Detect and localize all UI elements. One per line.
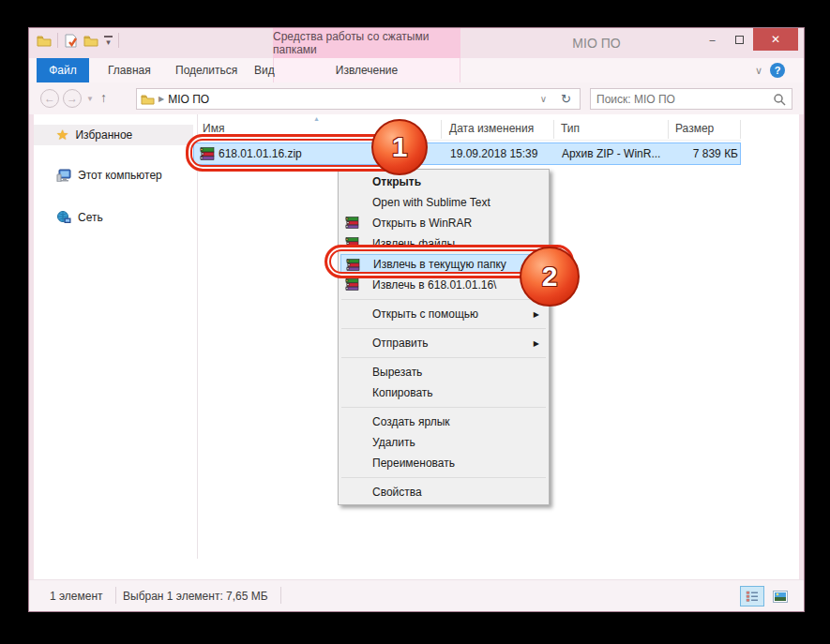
search-icon (773, 93, 786, 106)
winrar-icon (345, 278, 359, 293)
navigation-pane: ★ Избранное Этот компьютер Сеть (34, 114, 197, 579)
qat-separator (57, 33, 58, 48)
folder-icon (37, 35, 52, 47)
sidebar-item-label: Сеть (78, 211, 103, 224)
tab-home[interactable]: Главная (97, 58, 162, 82)
context-menu: Открыть Open with Sublime Text Открыть в… (338, 169, 550, 505)
submenu-arrow-icon: ▶ (534, 339, 539, 348)
annotation-step-1: 1 (371, 119, 428, 175)
menu-item-copy[interactable]: Копировать (340, 382, 547, 403)
sort-ascending-icon: ▲ (313, 115, 320, 122)
thumbnails-view-button[interactable] (768, 586, 792, 607)
breadcrumb[interactable]: MIO ПО (168, 93, 209, 106)
winrar-icon (345, 217, 359, 232)
folder-icon (141, 94, 155, 105)
sidebar-item-favorites[interactable]: ★ Избранное (34, 125, 193, 145)
up-button[interactable]: ↑ (100, 90, 107, 105)
menu-item-open-with[interactable]: Открыть с помощью ▶ (340, 304, 547, 324)
menu-item-open[interactable]: Открыть (340, 172, 547, 192)
file-date: 19.09.2018 15:39 (450, 147, 537, 160)
tab-view[interactable]: Вид (243, 58, 286, 82)
menu-separator (341, 477, 546, 478)
items-count: 1 элемент (50, 590, 103, 603)
menu-item-open-winrar[interactable]: Открыть в WinRAR (340, 213, 547, 233)
navigation-bar: ← → ▼ ↑ ▶ MIO ПО ∨ ↻ (29, 82, 804, 114)
tab-share[interactable]: Поделиться (164, 58, 249, 82)
column-header-name[interactable]: Имя (203, 122, 224, 135)
maximize-icon (735, 36, 744, 44)
maximize-button[interactable] (726, 28, 753, 51)
minimize-button[interactable]: – (699, 28, 726, 51)
help-button[interactable]: ? (770, 63, 785, 78)
menu-item-properties[interactable]: Свойства (340, 482, 547, 502)
breadcrumb-arrow-icon: ▶ (158, 95, 164, 103)
quick-access-toolbar: ▾ (37, 33, 119, 48)
address-bar[interactable]: ▶ MIO ПО ∨ (136, 88, 553, 110)
search-box[interactable] (590, 88, 792, 110)
refresh-button[interactable]: ↻ (552, 88, 581, 110)
column-header-date[interactable]: Дата изменения (449, 122, 534, 135)
recent-locations-icon[interactable]: ▼ (86, 95, 94, 103)
address-dropdown-icon[interactable]: ∨ (540, 94, 549, 104)
sidebar-item-label: Этот компьютер (78, 169, 162, 182)
menu-separator (341, 357, 546, 358)
menu-separator (341, 299, 546, 300)
details-view-icon (746, 591, 759, 602)
column-header-size[interactable]: Размер (675, 122, 714, 135)
file-size: 7 839 КБ (607, 147, 738, 160)
status-bar: 1 элемент Выбран 1 элемент: 7,65 МБ (29, 579, 804, 611)
search-input[interactable] (596, 93, 773, 106)
sidebar-item-network[interactable]: Сеть (34, 207, 193, 228)
properties-icon[interactable] (64, 34, 78, 48)
computer-icon (56, 169, 71, 182)
menu-item-open-sublime[interactable]: Open with Sublime Text (340, 192, 547, 213)
back-button[interactable]: ← (40, 89, 59, 108)
annotation-step-2: 2 (520, 247, 580, 307)
forward-button[interactable]: → (63, 89, 82, 108)
qat-separator (118, 33, 119, 48)
network-icon (56, 211, 71, 224)
tab-file[interactable]: Файл (37, 58, 89, 82)
sidebar-item-this-pc[interactable]: Этот компьютер (34, 165, 193, 186)
submenu-arrow-icon: ▶ (534, 310, 539, 319)
menu-item-rename[interactable]: Переименовать (340, 453, 547, 473)
menu-separator (341, 407, 546, 408)
sidebar-item-label: Избранное (75, 128, 132, 142)
tab-extract[interactable]: Извлечение (310, 58, 423, 82)
window-title: MIO ПО (536, 28, 657, 58)
menu-item-create-shortcut[interactable]: Создать ярлык (340, 412, 547, 432)
contextual-tab-group-header: Средства работы со сжатыми папками (273, 28, 460, 58)
details-view-button[interactable] (740, 586, 764, 607)
new-folder-icon[interactable] (83, 35, 98, 47)
menu-item-send-to[interactable]: Отправить ▶ (340, 333, 547, 353)
thumbnails-view-icon (773, 591, 788, 603)
column-header-type[interactable]: Тип (561, 122, 580, 135)
star-icon: ★ (56, 127, 68, 143)
customize-qat-icon[interactable]: ▾ (104, 36, 113, 46)
ribbon-tab-bar: Файл Главная Поделиться Вид Извлечение ∨… (29, 58, 804, 82)
menu-separator (341, 328, 546, 329)
title-bar: ▾ Средства работы со сжатыми папками MIO… (29, 28, 804, 58)
selection-summary: Выбран 1 элемент: 7,65 МБ (123, 590, 268, 603)
chevron-down-icon[interactable]: ∨ (755, 65, 762, 77)
close-button[interactable]: ✕ (753, 28, 798, 51)
menu-item-cut[interactable]: Вырезать (340, 362, 547, 382)
menu-item-delete[interactable]: Удалить (340, 432, 547, 453)
